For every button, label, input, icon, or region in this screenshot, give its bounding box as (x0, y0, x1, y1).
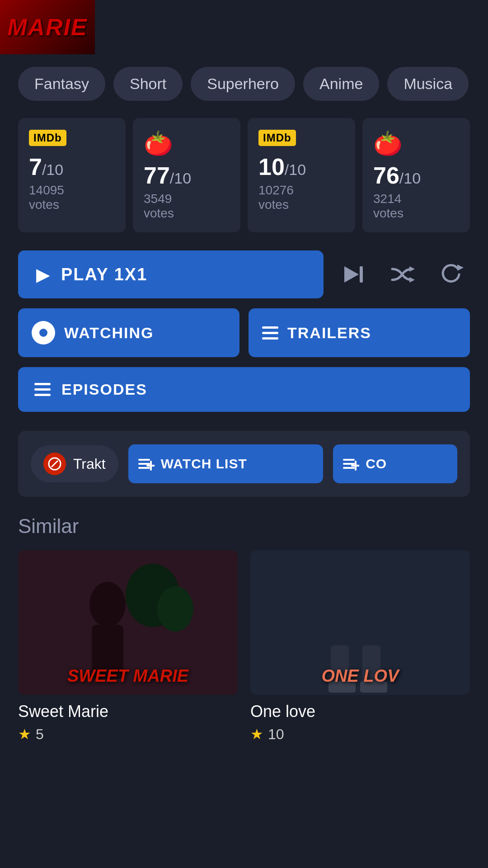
play-row: ▶ PLAY 1X1 (18, 250, 470, 298)
trailers-icon (262, 326, 278, 340)
genre-tag-musica[interactable]: Musica (387, 67, 469, 101)
trakt-icon (43, 453, 66, 475)
watching-button[interactable]: WATCHING (18, 308, 239, 357)
trakt-label: Trakt (73, 456, 106, 472)
episodes-label: EPISODES (61, 381, 147, 398)
movie-title: MARIE (7, 14, 88, 41)
watchlist-label: WATCH LIST (161, 456, 247, 472)
similar-row: SWEET MARIE Sweet Marie ★ 5 (18, 550, 470, 743)
genre-tag-anime[interactable]: Anime (303, 67, 379, 101)
genre-row: Fantasy Short Superhero Anime Musica (0, 54, 488, 113)
rating-card-rt-2: 🍅 76/10 3214votes (362, 118, 470, 232)
one-love-name: One love (250, 702, 470, 721)
imdb-logo-2: IMDb (258, 130, 296, 146)
watching-label: WATCHING (64, 324, 154, 342)
genre-tag-short[interactable]: Short (113, 67, 183, 101)
rating-score-1: 7/10 (29, 153, 63, 180)
one-love-rating: ★ 10 (250, 726, 470, 743)
shuffle-button[interactable] (383, 255, 421, 293)
watching-trailers-row: WATCHING TRAILERS (18, 308, 470, 357)
svg-marker-2 (409, 266, 415, 272)
rt-logo-2: 🍅 (373, 130, 403, 157)
one-love-thumbnail: ONE LOV (250, 550, 470, 695)
star-icon-one-love: ★ (250, 726, 263, 743)
play-icon: ▶ (36, 264, 50, 285)
collection-button[interactable]: CO (333, 444, 457, 483)
svg-marker-4 (457, 264, 464, 271)
sweet-marie-overlay-title: SWEET MARIE (67, 666, 188, 686)
svg-marker-3 (409, 277, 415, 283)
rating-card-rt-1: 🍅 77/10 3549votes (133, 118, 240, 232)
watching-icon (32, 321, 55, 344)
svg-rect-1 (360, 266, 363, 283)
episodes-button[interactable]: EPISODES (18, 367, 470, 412)
rating-votes-1: 14095votes (29, 183, 64, 212)
rating-votes-4: 3214votes (373, 192, 404, 221)
rating-votes-2: 3549votes (144, 192, 174, 221)
one-love-overlay-title: ONE LOV (321, 666, 399, 686)
imdb-logo-1: IMDb (29, 130, 66, 146)
similar-title: Similar (18, 515, 470, 538)
trakt-section: Trakt WATCH LIST CO (18, 431, 470, 497)
rating-row: IMDb 7/10 14095votes 🍅 77/10 3549votes I… (0, 113, 488, 246)
play-label: PLAY 1X1 (61, 265, 147, 284)
refresh-button[interactable] (432, 255, 470, 293)
watchlist-button[interactable]: WATCH LIST (128, 444, 323, 483)
rating-votes-3: 10276votes (258, 183, 294, 212)
similar-section: Similar SWEET MARIE (0, 510, 488, 747)
svg-point-21 (157, 586, 193, 632)
rating-card-imdb-1: IMDb 7/10 14095votes (18, 118, 126, 232)
sweet-marie-rating: ★ 5 (18, 726, 238, 743)
similar-card-sweet-marie[interactable]: SWEET MARIE Sweet Marie ★ 5 (18, 550, 238, 743)
svg-marker-0 (344, 266, 359, 283)
similar-card-one-love[interactable]: ONE LOV One love ★ 10 (250, 550, 470, 743)
genre-tag-superhero[interactable]: Superhero (191, 67, 295, 101)
rating-score-3: 10/10 (258, 153, 306, 180)
action-section: ▶ PLAY 1X1 (0, 246, 488, 426)
rating-card-imdb-2: IMDb 10/10 10276votes (248, 118, 355, 232)
rating-score-2: 77/10 (144, 162, 191, 189)
star-icon-sweet-marie: ★ (18, 726, 31, 743)
play-button[interactable]: ▶ PLAY 1X1 (18, 250, 324, 298)
svg-line-6 (52, 461, 58, 467)
skip-next-button[interactable] (334, 255, 372, 293)
trailers-button[interactable]: TRAILERS (249, 308, 470, 357)
collection-label: CO (366, 456, 387, 472)
sweet-marie-thumbnail: SWEET MARIE (18, 550, 238, 695)
trakt-logo[interactable]: Trakt (31, 445, 118, 482)
rt-logo-1: 🍅 (144, 130, 173, 157)
episodes-icon (34, 383, 51, 396)
svg-point-18 (89, 582, 126, 627)
sweet-marie-name: Sweet Marie (18, 702, 238, 721)
movie-thumbnail: MARIE (0, 0, 95, 54)
trailers-label: TRAILERS (287, 324, 371, 342)
rating-score-4: 76/10 (373, 162, 421, 189)
genre-tag-fantasy[interactable]: Fantasy (18, 67, 105, 101)
